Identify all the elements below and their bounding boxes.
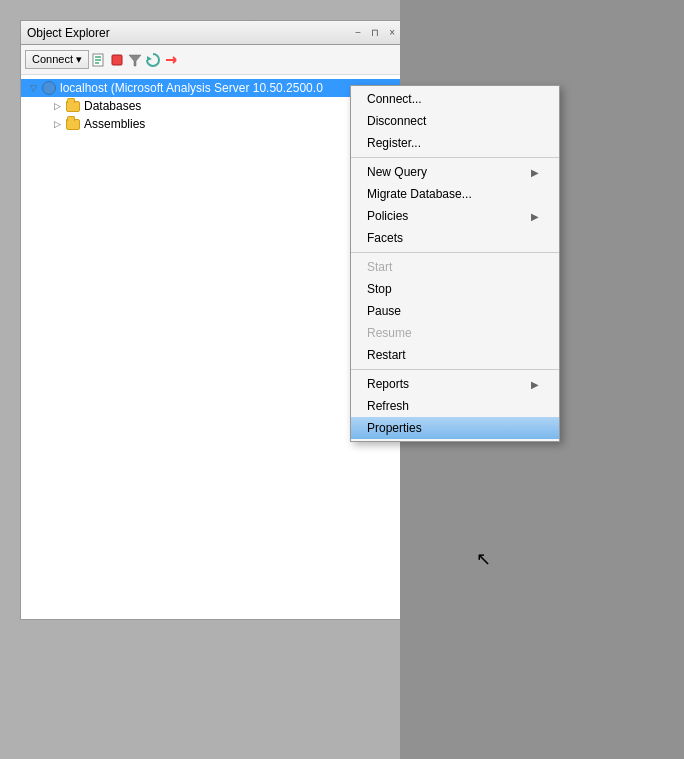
menu-item-migrate-database[interactable]: Migrate Database...: [351, 183, 559, 205]
menu-item-stop[interactable]: Stop: [351, 278, 559, 300]
svg-marker-5: [129, 55, 141, 66]
expand-databases[interactable]: ▷: [49, 98, 65, 114]
expand-server[interactable]: ▽: [25, 80, 41, 96]
tree-item-server[interactable]: ▽ localhost (Microsoft Analysis Server 1…: [21, 79, 404, 97]
menu-item-resume-label: Resume: [367, 326, 412, 340]
menu-item-pause[interactable]: Pause: [351, 300, 559, 322]
connect-button[interactable]: Connect ▾: [25, 50, 89, 69]
menu-item-facets[interactable]: Facets: [351, 227, 559, 249]
menu-item-migrate-label: Migrate Database...: [367, 187, 472, 201]
disconnect-toolbar-icon[interactable]: [163, 52, 179, 68]
policies-submenu-arrow: ▶: [531, 211, 539, 222]
menu-item-new-query-label: New Query: [367, 165, 427, 179]
server-icon: [41, 80, 57, 96]
new-query-toolbar-icon[interactable]: [91, 52, 107, 68]
toolbar: Connect ▾: [21, 45, 404, 75]
float-button[interactable]: ⊓: [368, 27, 382, 38]
databases-folder-icon: [65, 98, 81, 114]
new-query-submenu-arrow: ▶: [531, 167, 539, 178]
menu-item-policies-label: Policies: [367, 209, 408, 223]
pin-button[interactable]: −: [352, 27, 364, 38]
stop-toolbar-icon[interactable]: [109, 52, 125, 68]
server-label: localhost (Microsoft Analysis Server 10.…: [60, 81, 323, 95]
expand-assemblies[interactable]: ▷: [49, 116, 65, 132]
menu-item-connect[interactable]: Connect...: [351, 88, 559, 110]
menu-item-properties[interactable]: Properties: [351, 417, 559, 439]
tree-view: ▽ localhost (Microsoft Analysis Server 1…: [21, 75, 404, 619]
separator-2: [351, 252, 559, 253]
title-buttons: − ⊓ ×: [352, 27, 398, 38]
tree-item-databases[interactable]: ▷ Databases: [21, 97, 404, 115]
separator-1: [351, 157, 559, 158]
reports-submenu-arrow: ▶: [531, 379, 539, 390]
databases-label: Databases: [84, 99, 141, 113]
menu-item-new-query[interactable]: New Query ▶: [351, 161, 559, 183]
panel-title: Object Explorer: [27, 26, 110, 40]
menu-item-stop-label: Stop: [367, 282, 392, 296]
menu-item-start-label: Start: [367, 260, 392, 274]
svg-marker-6: [147, 56, 152, 61]
context-menu: Connect... Disconnect Register... New Qu…: [350, 85, 560, 442]
menu-item-policies[interactable]: Policies ▶: [351, 205, 559, 227]
separator-3: [351, 369, 559, 370]
menu-item-pause-label: Pause: [367, 304, 401, 318]
menu-item-register-label: Register...: [367, 136, 421, 150]
menu-item-disconnect-label: Disconnect: [367, 114, 426, 128]
menu-item-restart-label: Restart: [367, 348, 406, 362]
object-explorer-panel: Object Explorer − ⊓ × Connect ▾: [20, 20, 405, 620]
menu-item-facets-label: Facets: [367, 231, 403, 245]
menu-item-connect-label: Connect...: [367, 92, 422, 106]
menu-item-resume: Resume: [351, 322, 559, 344]
menu-item-properties-label: Properties: [367, 421, 422, 435]
menu-item-reports-label: Reports: [367, 377, 409, 391]
menu-item-refresh[interactable]: Refresh: [351, 395, 559, 417]
menu-item-disconnect[interactable]: Disconnect: [351, 110, 559, 132]
refresh-toolbar-icon[interactable]: [145, 52, 161, 68]
menu-item-start: Start: [351, 256, 559, 278]
menu-item-reports[interactable]: Reports ▶: [351, 373, 559, 395]
filter-toolbar-icon[interactable]: [127, 52, 143, 68]
svg-rect-4: [112, 55, 122, 65]
assemblies-label: Assemblies: [84, 117, 145, 131]
menu-item-restart[interactable]: Restart: [351, 344, 559, 366]
close-button[interactable]: ×: [386, 27, 398, 38]
menu-item-register[interactable]: Register...: [351, 132, 559, 154]
menu-item-refresh-label: Refresh: [367, 399, 409, 413]
tree-item-assemblies[interactable]: ▷ Assemblies: [21, 115, 404, 133]
title-bar: Object Explorer − ⊓ ×: [21, 21, 404, 45]
assemblies-folder-icon: [65, 116, 81, 132]
